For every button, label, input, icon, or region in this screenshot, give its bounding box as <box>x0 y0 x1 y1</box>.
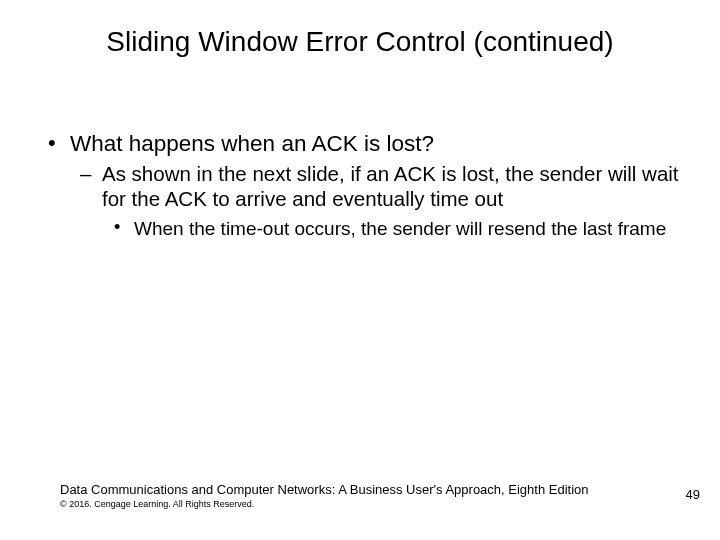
slide-title: Sliding Window Error Control (continued) <box>0 26 720 58</box>
slide-body: What happens when an ACK is lost? As sho… <box>40 130 680 245</box>
bullet-level2-text: As shown in the next slide, if an ACK is… <box>102 162 679 210</box>
bullet-level1-item: What happens when an ACK is lost? As sho… <box>40 130 680 241</box>
footer-book-title: Data Communications and Computer Network… <box>60 482 680 498</box>
bullet-list-level2: As shown in the next slide, if an ACK is… <box>70 161 680 240</box>
bullet-level3-item: When the time-out occurs, the sender wil… <box>102 217 680 240</box>
page-number: 49 <box>686 487 700 502</box>
bullet-list-level1: What happens when an ACK is lost? As sho… <box>40 130 680 241</box>
slide: Sliding Window Error Control (continued)… <box>0 0 720 540</box>
bullet-level1-text: What happens when an ACK is lost? <box>70 131 434 156</box>
bullet-list-level3: When the time-out occurs, the sender wil… <box>102 217 680 240</box>
footer-copyright: © 2016. Cengage Learning. All Rights Res… <box>60 499 680 510</box>
bullet-level3-text: When the time-out occurs, the sender wil… <box>134 218 666 239</box>
bullet-level2-item: As shown in the next slide, if an ACK is… <box>70 161 680 240</box>
footer: Data Communications and Computer Network… <box>60 482 680 510</box>
